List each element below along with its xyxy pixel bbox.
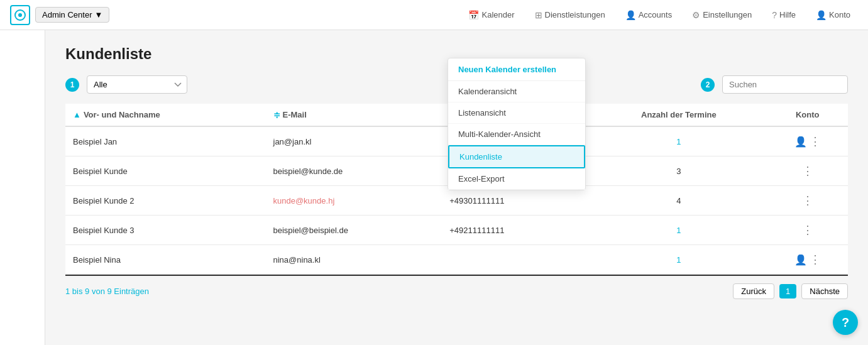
cell-email: beispiel@beispiel.de	[266, 216, 442, 245]
filter-select[interactable]: Alle Aktiv Inaktiv	[87, 75, 187, 94]
cell-phone: +49211111111	[442, 216, 590, 245]
cell-name: Beispiel Kunde 2	[65, 186, 266, 216]
admin-center-label: Admin Center	[42, 10, 92, 19]
dropdown-item-2[interactable]: Multi-Kalender-Ansicht	[448, 124, 585, 145]
cell-email: jan@jan.kl	[266, 126, 442, 156]
col-email[interactable]: ≑E-Mail	[266, 104, 442, 126]
cell-appointments: 4	[590, 186, 767, 216]
cell-appointments[interactable]: 1	[590, 216, 767, 245]
cell-name: Beispiel Jan	[65, 126, 266, 156]
dropdown-item-0[interactable]: Kalenderansicht	[448, 81, 585, 102]
kalender-icon: 📅	[468, 10, 479, 20]
nav-konto-label: Konto	[829, 10, 850, 19]
cell-appointments[interactable]: 1	[590, 126, 767, 156]
pagination-info: 1 bis 9 von 9 Einträgen	[65, 287, 149, 296]
nav-kalender-label: Kalender	[481, 10, 514, 19]
kalender-dropdown: Neuen Kalender erstellen Kalenderansicht…	[448, 58, 586, 190]
table-row: Beispiel Nina nina@nina.kl 1 👤 ⋮	[65, 245, 848, 275]
sidebar	[0, 30, 45, 345]
cell-account: ⋮	[767, 186, 849, 216]
nav-hilfe-label: Hilfe	[779, 10, 796, 19]
top-nav: Admin Center ▼ 📅 Kalender ⊞ Dienstleistu…	[0, 0, 868, 30]
account-icon: 👤	[794, 255, 807, 265]
accounts-icon: 👤	[625, 10, 636, 20]
search-input[interactable]	[722, 75, 848, 94]
cell-email: kunde@kunde.hj	[266, 186, 442, 216]
nav-kalender[interactable]: 📅 Kalender	[461, 6, 522, 24]
more-options-icon[interactable]: ⋮	[802, 165, 813, 177]
current-page: 1	[779, 284, 796, 298]
account-icon: 👤	[794, 136, 807, 147]
cell-account: 👤 ⋮	[767, 245, 849, 275]
help-fab[interactable]: ?	[833, 310, 858, 335]
nav-hilfe[interactable]: ? Hilfe	[764, 6, 803, 24]
cell-name: Beispiel Kunde 3	[65, 216, 266, 245]
nav-accounts-label: Accounts	[639, 10, 672, 19]
konto-icon: 👤	[816, 10, 827, 20]
admin-center-dropdown-arrow: ▼	[94, 10, 102, 19]
dropdown-header[interactable]: Neuen Kalender erstellen	[448, 58, 585, 81]
main-content: Kundenliste 1 Alle Aktiv Inaktiv 2 ▲Vor-…	[45, 30, 868, 345]
cell-phone	[442, 245, 590, 275]
nav-dienstleistungen-label: Dienstleistungen	[545, 10, 605, 19]
app-logo-icon	[10, 5, 30, 25]
more-options-icon[interactable]: ⋮	[802, 224, 813, 236]
page-controls: Zurück 1 Nächste	[733, 283, 848, 299]
cell-name: Beispiel Kunde	[65, 156, 266, 186]
col-account: Konto	[767, 104, 849, 126]
more-options-icon[interactable]: ⋮	[802, 194, 813, 207]
admin-center-button[interactable]: Admin Center ▼	[35, 7, 109, 23]
app-layout: Kundenliste 1 Alle Aktiv Inaktiv 2 ▲Vor-…	[0, 30, 868, 345]
col-name[interactable]: ▲Vor- und Nachname	[65, 104, 266, 126]
cell-account: ⋮	[767, 216, 849, 245]
col-appointments: Anzahl der Termine	[590, 104, 767, 126]
more-options-icon[interactable]: ⋮	[810, 253, 821, 266]
cell-name: Beispiel Nina	[65, 245, 266, 275]
nav-dienstleistungen[interactable]: ⊞ Dienstleistungen	[527, 6, 613, 24]
pagination: 1 bis 9 von 9 Einträgen Zurück 1 Nächste	[65, 275, 848, 299]
dropdown-item-3[interactable]: Kundenliste	[448, 145, 585, 168]
cell-account: 👤 ⋮	[767, 126, 849, 156]
cell-email: beispiel@kunde.de	[266, 156, 442, 186]
nav-konto[interactable]: 👤 Konto	[808, 6, 858, 24]
dropdown-items: KalenderansichtListenansichtMulti-Kalend…	[448, 81, 585, 190]
dienstleistungen-icon: ⊞	[535, 10, 542, 20]
search-number-badge: 2	[701, 78, 715, 92]
dropdown-item-1[interactable]: Listenansicht	[448, 102, 585, 124]
dropdown-item-4[interactable]: Excel-Export	[448, 168, 585, 190]
nav-einstellungen[interactable]: ⚙ Einstellungen	[684, 6, 759, 24]
einstellungen-icon: ⚙	[692, 10, 700, 20]
hilfe-icon: ?	[772, 10, 777, 20]
nav-einstellungen-label: Einstellungen	[703, 10, 752, 19]
filter-number-badge: 1	[65, 78, 79, 92]
nav-links: 📅 Kalender ⊞ Dienstleistungen 👤 Accounts…	[461, 6, 858, 24]
cell-account: ⋮	[767, 156, 849, 186]
next-button[interactable]: Nächste	[801, 283, 848, 299]
cell-appointments[interactable]: 1	[590, 245, 767, 275]
logo-area: Admin Center ▼	[10, 5, 109, 25]
nav-accounts[interactable]: 👤 Accounts	[618, 6, 679, 24]
more-options-icon[interactable]: ⋮	[810, 135, 821, 148]
back-button[interactable]: Zurück	[733, 283, 774, 299]
svg-point-1	[18, 13, 22, 17]
filter-select-wrap: Alle Aktiv Inaktiv	[87, 75, 187, 94]
cell-email: nina@nina.kl	[266, 245, 442, 275]
cell-appointments: 3	[590, 156, 767, 186]
table-row: Beispiel Kunde 3 beispiel@beispiel.de +4…	[65, 216, 848, 245]
